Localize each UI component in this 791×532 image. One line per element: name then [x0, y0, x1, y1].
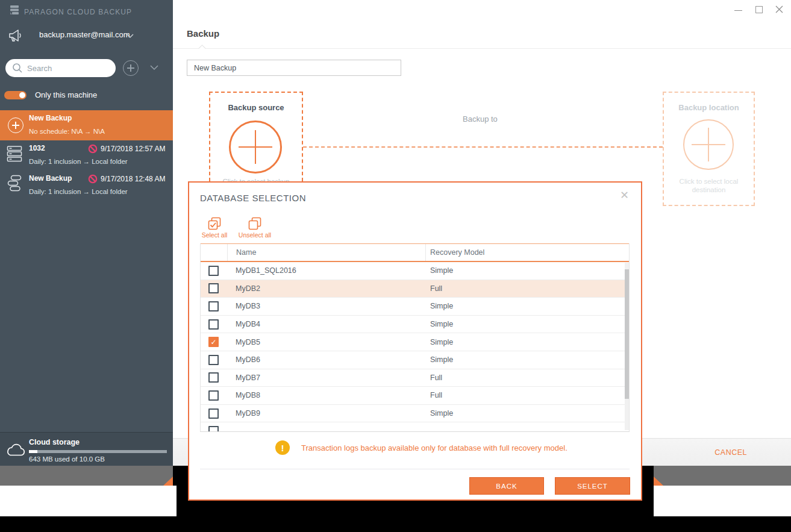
- unselect-all-button[interactable]: Unselect all: [235, 217, 275, 239]
- row-checkbox[interactable]: [208, 355, 219, 365]
- add-source-icon: [229, 120, 282, 174]
- row-checkbox[interactable]: [208, 390, 219, 401]
- server-icon: [7, 145, 22, 163]
- dialog-title: DATABASE SELECTION: [200, 193, 306, 203]
- header-divider: [173, 48, 791, 49]
- only-this-machine-toggle[interactable]: [4, 91, 27, 99]
- cloud-icon: [5, 443, 27, 458]
- unselect-all-label: Unselect all: [239, 231, 271, 239]
- select-button[interactable]: SELECT: [555, 477, 630, 495]
- backup-schedule: No schedule: N\A → N\A: [29, 128, 105, 135]
- close-icon: [775, 5, 783, 13]
- cloud-storage-title: Cloud storage: [29, 438, 80, 446]
- backup-name: 1032: [29, 144, 45, 152]
- table-row[interactable]: MyDB9Simple: [201, 405, 625, 423]
- table-header: Name Recovery Model: [201, 243, 629, 262]
- warning-text: Transaction logs backup available only f…: [301, 443, 567, 452]
- close-window-button[interactable]: [771, 0, 789, 20]
- toggle-knob: [19, 92, 25, 98]
- cancel-button[interactable]: CANCEL: [714, 439, 747, 466]
- backup-status: 9/17/2018 12:48 AM: [88, 174, 165, 184]
- backup-list-item[interactable]: 1032 9/17/2018 12:57 AM Daily: 1 inclusi…: [0, 140, 173, 171]
- chevron-down-icon: [127, 34, 134, 38]
- table-row[interactable]: ✓MyDB5Simple: [201, 333, 625, 351]
- add-backup-button[interactable]: [123, 60, 139, 76]
- table-row[interactable]: MyDB7Full: [201, 369, 625, 387]
- bottom-white-strip-right: [654, 486, 791, 516]
- bottom-gray-strip-right: [654, 466, 791, 486]
- db-name-cell: MyDB7: [219, 374, 426, 382]
- backup-location-card[interactable]: Backup location Click to select local de…: [663, 92, 755, 206]
- table-row[interactable]: MyDB6Simple: [201, 351, 625, 369]
- backup-name: New Backup: [29, 174, 72, 183]
- row-checkbox[interactable]: [208, 301, 219, 311]
- row-checkbox[interactable]: [208, 319, 219, 330]
- warning-icon: !: [275, 440, 290, 455]
- only-this-machine-label: Only this machine: [35, 90, 97, 99]
- screenshot-stage: Backup Backup source Click to select bac…: [0, 0, 791, 532]
- bottom-white-strip-left: [0, 486, 177, 516]
- backup-schedule: Daily: 1 inclusion → Local folder: [29, 158, 128, 165]
- maximize-button[interactable]: [750, 0, 768, 20]
- table-scrollbar-track[interactable]: [625, 263, 629, 430]
- db-recovery-model-cell: Full: [426, 391, 625, 399]
- db-recovery-model-cell: Simple: [426, 355, 625, 364]
- table-scrollbar-thumb[interactable]: [625, 269, 629, 399]
- table-row[interactable]: MyDB2Full: [201, 280, 625, 298]
- account-email: backup.master@mail.com: [39, 30, 130, 39]
- search-input[interactable]: [26, 61, 110, 75]
- table-row[interactable]: MyDB3Simple: [201, 298, 625, 316]
- db-recovery-model-cell: Simple: [426, 320, 625, 328]
- backup-to-label: Backup to: [463, 114, 498, 124]
- backup-name: New Backup: [29, 114, 72, 122]
- account-menu[interactable]: backup.master@mail.com: [0, 27, 173, 45]
- name-column-header: Name: [227, 244, 425, 261]
- db-recovery-model-cell: Simple: [426, 302, 625, 310]
- db-name-cell: MyDB1_SQL2016: [219, 266, 426, 275]
- dialog-footer-divider: [200, 469, 630, 469]
- recovery-column-header: Recovery Model: [425, 244, 629, 261]
- backup-list-item[interactable]: New Backup 9/17/2018 12:48 AM Daily: 1 i…: [0, 171, 173, 201]
- row-checkbox-checked[interactable]: ✓: [208, 337, 219, 347]
- ban-icon: [88, 144, 98, 154]
- db-recovery-model-cell: Full: [426, 284, 625, 293]
- backup-location-title: Backup location: [664, 103, 754, 112]
- storage-progress-fill: [29, 450, 37, 453]
- page-title: Backup: [187, 28, 219, 39]
- backup-schedule: Daily: 1 inclusion → Local folder: [29, 188, 128, 195]
- cloud-storage-panel: Cloud storage 643 MB used of 10.0 GB: [0, 432, 173, 467]
- search-icon: [12, 63, 23, 74]
- db-name-cell: MyDB2: [219, 284, 426, 293]
- collapse-chevron-icon[interactable]: [150, 65, 158, 70]
- table-row[interactable]: MyDB1_SQL2016Simple: [201, 262, 625, 280]
- maximize-icon: [755, 6, 763, 13]
- row-checkbox[interactable]: [208, 408, 219, 419]
- row-checkbox[interactable]: [208, 372, 219, 383]
- storage-progress-bar: [29, 450, 167, 453]
- minimize-button[interactable]: [730, 0, 748, 20]
- back-button[interactable]: BACK: [469, 477, 544, 495]
- select-all-icon: [208, 217, 221, 230]
- tab-notch: [198, 45, 206, 52]
- add-location-icon: [683, 119, 734, 170]
- select-all-button[interactable]: Select all: [198, 217, 231, 239]
- table-row[interactable]: [201, 422, 625, 432]
- dialog-close-icon[interactable]: ✕: [620, 190, 629, 201]
- row-checkbox[interactable]: [208, 426, 219, 432]
- accent-corner-triangle: [163, 477, 173, 486]
- backup-name-input[interactable]: [187, 60, 401, 76]
- db-name-cell: MyDB5: [219, 338, 426, 346]
- storage-usage-text: 643 MB used of 10.0 GB: [29, 455, 105, 463]
- minimize-icon: [734, 10, 742, 11]
- backup-status: 9/17/2018 12:57 AM: [88, 144, 165, 154]
- table-row[interactable]: MyDB4Simple: [201, 316, 625, 334]
- backup-list-item[interactable]: New Backup No schedule: N\A → N\A: [0, 110, 173, 140]
- db-name-cell: MyDB4: [219, 320, 426, 328]
- db-recovery-model-cell: Simple: [426, 338, 625, 346]
- table-row[interactable]: MyDB8Full: [201, 387, 625, 405]
- db-name-cell: MyDB9: [219, 409, 426, 418]
- row-checkbox[interactable]: [208, 266, 219, 276]
- app-title: PARAGON CLOUD BACKUP: [24, 8, 132, 16]
- source-location-connector: [303, 146, 663, 148]
- row-checkbox[interactable]: [208, 283, 219, 293]
